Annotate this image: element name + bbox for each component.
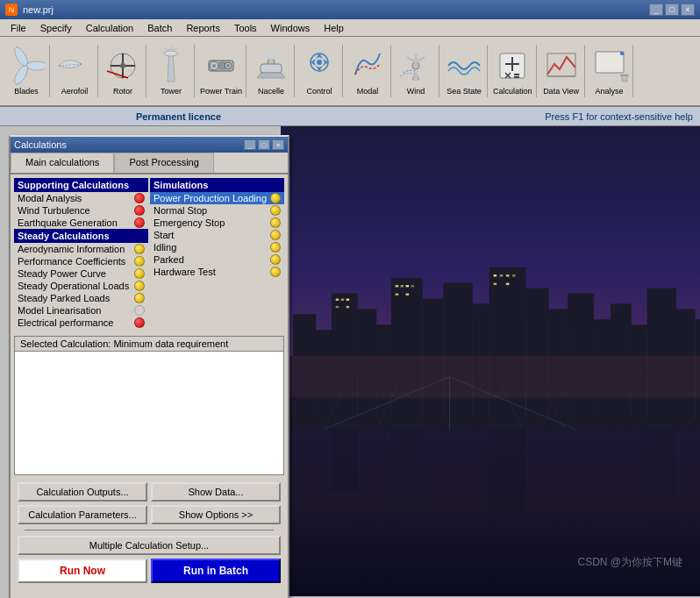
svg-rect-59	[391, 278, 423, 430]
tab-post-processing[interactable]: Post Processing	[114, 153, 213, 173]
multiple-calc-button[interactable]: Multiple Calculation Setup...	[18, 536, 281, 555]
svg-rect-91	[332, 429, 358, 491]
earthquake-dot	[134, 217, 145, 228]
perf-coeff-dot	[134, 256, 145, 267]
help-text: Press F1 for context-sensitive help	[350, 111, 693, 122]
menu-windows[interactable]: Windows	[264, 21, 318, 35]
hardware-test-dot	[270, 267, 281, 277]
close-button[interactable]: ×	[681, 4, 695, 16]
calc-idling[interactable]: Idling	[150, 241, 284, 253]
tab-main-calculations[interactable]: Main calculations	[11, 153, 114, 173]
powertrain-icon	[202, 46, 240, 85]
minimize-button[interactable]: _	[649, 4, 663, 16]
electrical-dot	[134, 317, 145, 328]
calc-steady-ops[interactable]: Steady Operational Loads	[14, 280, 148, 292]
toolbar-modal[interactable]: Modal	[345, 45, 391, 97]
svg-rect-79	[396, 285, 399, 287]
calc-perf-coeff[interactable]: Performance Coefficients	[14, 255, 148, 267]
menu-batch[interactable]: Batch	[140, 21, 179, 35]
rotor-icon	[104, 46, 142, 85]
toolbar-wind[interactable]: Wind	[393, 45, 439, 97]
toolbar-rotor[interactable]: Rotor	[100, 45, 146, 97]
toolbar-analyse[interactable]: Analyse	[587, 45, 633, 97]
svg-point-21	[212, 64, 216, 68]
calc-minimize[interactable]: _	[244, 139, 256, 150]
calc-earthquake[interactable]: Earthquake Generation	[14, 217, 148, 229]
calc-emergency-stop[interactable]: Emergency Stop	[150, 217, 284, 229]
calc-power-production[interactable]: Power Production Loading	[150, 192, 284, 204]
menu-tools[interactable]: Tools	[227, 21, 264, 35]
calc-model-lin[interactable]: Model Linearisation	[14, 304, 148, 317]
calc-modal-analysis[interactable]: Modal Analysis	[14, 192, 148, 204]
tower-icon	[152, 46, 190, 85]
calc-start[interactable]: Start	[150, 229, 284, 241]
btn-row-1: Calculation Outputs... Show Data...	[18, 482, 281, 502]
show-options-button[interactable]: Show Options >>	[151, 505, 281, 524]
svg-rect-90	[506, 283, 510, 285]
normal-stop-dot	[270, 205, 281, 216]
calc-close[interactable]: ×	[272, 139, 284, 150]
emergency-stop-dot	[270, 217, 281, 228]
watermark: CSDN @为你按下M键	[577, 555, 682, 570]
aerofoil-label: Aerofoil	[61, 87, 89, 96]
svg-line-14	[164, 48, 171, 51]
menu-calculation[interactable]: Calculation	[79, 21, 140, 35]
toolbar-aerofoil[interactable]: Aerofoil	[52, 45, 98, 97]
title-bar: N new.prj _ □ ×	[0, 0, 700, 19]
wind-turbulence-dot	[134, 205, 145, 216]
toolbar-control[interactable]: Control	[296, 45, 343, 97]
calc-outputs-button[interactable]: Calculation Outputs...	[18, 482, 147, 502]
svg-rect-78	[346, 306, 350, 308]
menu-file[interactable]: File	[4, 21, 33, 35]
toolbar-powertrain[interactable]: Power Train	[196, 45, 246, 97]
calc-wind-turbulence[interactable]: Wind Turbulence	[14, 204, 148, 217]
run-now-button[interactable]: Run Now	[18, 559, 147, 583]
svg-rect-49	[620, 75, 629, 76]
selected-calc-title: Selected Calculation: Minimum data requi…	[15, 337, 283, 352]
nacelle-label: Nacelle	[258, 87, 284, 96]
menu-help[interactable]: Help	[317, 21, 351, 35]
toolbar-dataview[interactable]: Data View	[539, 45, 585, 97]
calc-maximize[interactable]: □	[258, 139, 270, 150]
calc-aero-info[interactable]: Aerodynamic Information	[14, 243, 148, 255]
control-label: Control	[307, 87, 332, 96]
control-icon	[300, 46, 339, 85]
maximize-button[interactable]: □	[665, 4, 679, 16]
dataview-icon	[542, 46, 581, 85]
calc-buttons: Calculation Outputs... Show Data... Calc…	[11, 479, 288, 587]
calc-normal-stop[interactable]: Normal Stop	[150, 204, 284, 217]
calc-steady-power[interactable]: Steady Power Curve	[14, 267, 148, 280]
run-batch-button[interactable]: Run in Batch	[151, 559, 281, 583]
calc-hardware-test[interactable]: Hardware Test	[150, 266, 284, 278]
toolbar-tower[interactable]: Tower	[148, 45, 195, 97]
svg-rect-88	[512, 274, 516, 276]
calc-columns: Supporting Calculations Modal Analysis W…	[11, 174, 288, 332]
svg-point-31	[412, 62, 419, 69]
modal-analysis-dot	[134, 193, 145, 203]
svg-rect-94	[647, 429, 676, 496]
calc-controls: _ □ ×	[244, 139, 284, 150]
toolbar-nacelle[interactable]: Nacelle	[248, 45, 295, 97]
toolbar-blades[interactable]: Blades	[4, 45, 50, 97]
svg-line-15	[171, 48, 178, 51]
calc-panel-title: Calculations	[14, 139, 244, 150]
main-area: CSDN @为你按下M键 Calculations _ □ × Main cal…	[0, 126, 700, 596]
svg-rect-83	[396, 294, 399, 295]
svg-rect-63	[489, 267, 526, 430]
show-data-button[interactable]: Show Data...	[151, 482, 281, 502]
toolbar-seastate[interactable]: Sea State	[441, 45, 488, 97]
status-bar: Permanent licence Press F1 for context-s…	[0, 107, 700, 126]
calc-parked[interactable]: Parked	[150, 253, 284, 266]
calc-electrical[interactable]: Electrical performance	[14, 317, 148, 329]
svg-point-30	[317, 60, 322, 65]
svg-rect-93	[489, 429, 526, 512]
svg-rect-102	[281, 356, 700, 398]
calc-tabs: Main calculations Post Processing	[11, 153, 288, 174]
menu-reports[interactable]: Reports	[179, 21, 227, 35]
calc-params-button[interactable]: Calculation Parameters...	[18, 505, 147, 524]
selected-calc-content	[15, 352, 283, 474]
menu-specify[interactable]: Specify	[33, 21, 79, 35]
toolbar-calculation[interactable]: Calculation	[489, 45, 537, 97]
calc-steady-parked[interactable]: Steady Parked Loads	[14, 292, 148, 304]
menu-bar: File Specify Calculation Batch Reports T…	[0, 19, 700, 37]
